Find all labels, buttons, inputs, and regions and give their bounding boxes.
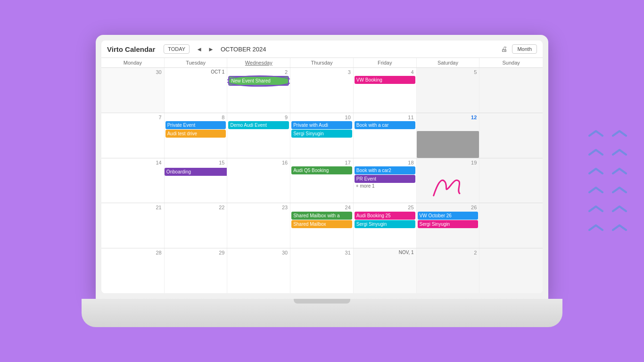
laptop-screen: Virto Calendar TODAY ◄ ► OCTOBER 2024 🖨 … (96, 35, 548, 299)
sergi-sinyugin-w2[interactable]: Sergi Sinyugin (291, 130, 352, 138)
day-oct28[interactable]: 28 (101, 248, 165, 293)
day-num: 11 (355, 114, 415, 121)
audi-booking-25[interactable]: Audi Booking 25 (355, 212, 415, 220)
day-num: 22 (165, 204, 226, 211)
day-oct3[interactable]: 3 (290, 68, 354, 113)
day-oct16[interactable]: 16 (227, 158, 290, 203)
day-oct17[interactable]: 17 Audi Q5 Booking (290, 158, 354, 203)
prev-arrow[interactable]: ◄ (194, 45, 204, 54)
shared-mailbox[interactable]: Shared Mailbox (291, 220, 352, 228)
day-oct8[interactable]: 8 Private Event Audi test drive (165, 113, 228, 158)
day-oct5[interactable]: 5 (417, 68, 480, 113)
day-oct25[interactable]: 25 Audi Booking 25 Sergi Sinyugin (354, 203, 417, 248)
day-num: 7 (102, 114, 163, 121)
day-oct4[interactable]: 4 VW Booking (354, 68, 417, 113)
today-button[interactable]: TODAY (164, 44, 190, 54)
book-with-car[interactable]: Book with a car (355, 121, 415, 129)
shared-mailbox-a[interactable]: Shared Mailbox with a (291, 212, 352, 220)
audi-test-drive[interactable]: Audi test drive (165, 130, 226, 138)
day-oct9[interactable]: 9 Demo Audi Event (227, 113, 290, 158)
day-num: 17 (291, 159, 352, 166)
header-wednesday: Wednesday (227, 58, 290, 67)
week-row-1: 30 OCT 1 2 New Event Shared (101, 68, 543, 113)
audi-q5-booking[interactable]: Audi Q5 Booking (291, 166, 352, 174)
sergi-sinyugin-w4a[interactable]: Sergi Sinyugin (355, 220, 415, 228)
day-oct29[interactable]: 29 (165, 248, 228, 293)
book-with-car2[interactable]: Book with a car2 (355, 166, 415, 174)
day-oct23[interactable]: 23 (227, 203, 290, 248)
day-oct7[interactable]: 7 (101, 113, 165, 158)
day-num: 2 (418, 249, 479, 256)
day-num: 10 (291, 114, 352, 121)
day-num (480, 159, 542, 160)
private-event[interactable]: Private Event (165, 121, 226, 129)
day-sun-blank4[interactable] (479, 203, 543, 248)
print-icon[interactable]: 🖨 (501, 45, 507, 53)
laptop-notch (294, 299, 350, 304)
day-sep30[interactable]: 30 (101, 68, 165, 113)
day-sun-blank5[interactable] (479, 248, 543, 293)
header-tuesday: Tuesday (165, 58, 228, 67)
week-row-3: 14 15 Onboarding 16 17 Audi Q5 Bookin (101, 158, 543, 204)
day-nov2[interactable]: 2 (417, 248, 480, 293)
new-event-shared[interactable]: New Event Shared (228, 76, 289, 86)
more-link[interactable]: + more 1 (355, 183, 415, 189)
day-num: 31 (291, 249, 352, 256)
day-sun-blank2[interactable] (479, 113, 543, 158)
header-monday: Monday (101, 58, 165, 67)
day-oct1[interactable]: OCT 1 (165, 68, 228, 113)
day-oct22[interactable]: 22 (165, 203, 228, 248)
laptop-base (82, 299, 562, 327)
onboarding[interactable]: Onboarding (165, 168, 228, 176)
day-oct19[interactable]: 19 (417, 158, 480, 203)
day-oct15[interactable]: 15 Onboarding (165, 158, 228, 203)
vw-booking[interactable]: VW Booking (355, 76, 415, 84)
day-num: 15 (165, 159, 226, 166)
day-oct14[interactable]: 14 (101, 158, 165, 203)
day-num (480, 114, 542, 115)
day-num: 26 (418, 204, 479, 211)
gray-block (417, 131, 479, 158)
header-friday: Friday (354, 58, 417, 67)
day-oct2[interactable]: 2 New Event Shared (227, 68, 290, 113)
pr-event[interactable]: PR Event (355, 175, 415, 183)
day-num: 21 (102, 204, 163, 211)
day-oct31[interactable]: 31 (290, 248, 354, 293)
header-saturday: Saturday (417, 58, 480, 67)
month-button[interactable]: Month (512, 44, 537, 54)
day-num: 30 (102, 69, 163, 76)
day-num (480, 204, 542, 205)
new-event-shared-wrapper: New Event Shared (228, 76, 289, 86)
day-num (480, 249, 542, 250)
day-nov1[interactable]: NOV, 1 (354, 248, 417, 293)
sergi-sinyugin-w4b[interactable]: Sergi Sinyugin (418, 220, 479, 228)
day-num: 19 (418, 159, 479, 166)
day-oct11[interactable]: 11 Book with a car (354, 113, 417, 158)
day-num: 8 (165, 114, 226, 121)
day-oct21[interactable]: 21 (101, 203, 165, 248)
day-num: 12 (418, 114, 479, 121)
day-num: 3 (291, 69, 352, 76)
day-oct30[interactable]: 30 (227, 248, 290, 293)
day-sun-blank3[interactable] (479, 158, 543, 203)
day-oct18[interactable]: 18 Book with a car2 PR Event + more 1 (354, 158, 417, 203)
day-oct10[interactable]: 10 Private with Audi Sergi Sinyugin (290, 113, 354, 158)
calendar-grid: Monday Tuesday Wednesday Thursday Friday… (101, 58, 543, 293)
month-year: OCTOBER 2024 (221, 46, 266, 53)
app-title: Virto Calendar (107, 45, 155, 53)
demo-audi-event[interactable]: Demo Audi Event (228, 121, 289, 129)
decorative-chevrons (587, 129, 630, 233)
day-oct24[interactable]: 24 Shared Mailbox with a Shared Mailbox (290, 203, 354, 248)
private-with-audi[interactable]: Private with Audi (291, 121, 352, 129)
day-oct12[interactable]: 12 (417, 113, 480, 158)
next-arrow[interactable]: ► (206, 45, 216, 54)
laptop: Virto Calendar TODAY ◄ ► OCTOBER 2024 🖨 … (96, 35, 548, 327)
day-num (480, 69, 542, 70)
weeks: 30 OCT 1 2 New Event Shared (101, 68, 543, 293)
day-sun-blank1[interactable] (479, 68, 543, 113)
day-oct26[interactable]: 26 VW October 26 Sergi Sinyugin (417, 203, 480, 248)
header-thursday: Thursday (290, 58, 354, 67)
day-headers: Monday Tuesday Wednesday Thursday Friday… (101, 58, 543, 68)
day-num: 25 (355, 204, 415, 211)
vw-october-26[interactable]: VW October 26 (418, 212, 479, 220)
